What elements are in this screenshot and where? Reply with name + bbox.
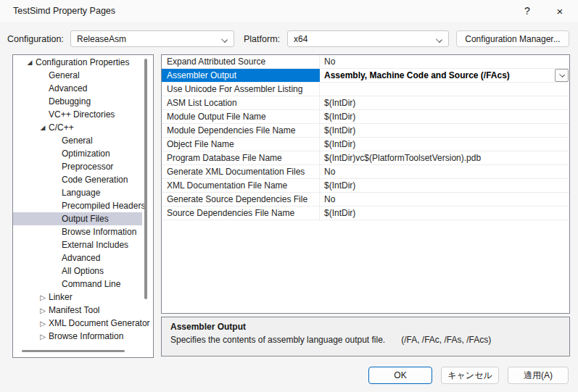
description-body: Specifies the contents of assembly langu… <box>170 335 385 345</box>
property-name[interactable]: Object File Name <box>162 138 320 151</box>
help-button[interactable]: ? <box>513 0 542 22</box>
tree-item[interactable]: VC++ Directories <box>13 108 142 121</box>
tree-item[interactable]: Configuration Properties <box>13 56 142 69</box>
description-title: Assembler Output <box>170 322 561 332</box>
tree-item-label: Manifest Tool <box>49 305 99 315</box>
expander-icon[interactable] <box>37 124 49 131</box>
property-row[interactable]: Source Dependencies File Name $(IntDir) <box>162 207 569 220</box>
property-value[interactable]: $(IntDir) <box>320 110 569 123</box>
description-text: Specifies the contents of assembly langu… <box>170 335 561 345</box>
platform-dropdown[interactable]: x64 <box>287 30 449 47</box>
tree-item[interactable]: Preprocessor <box>13 160 142 173</box>
tree-item[interactable]: Linker <box>13 291 142 304</box>
chevron-down-icon <box>559 72 565 78</box>
cancel-button[interactable]: キャンセル <box>441 367 499 384</box>
tree-item[interactable]: All Options <box>13 264 142 278</box>
property-row[interactable]: Generate XML Documentation Files No <box>162 165 569 179</box>
property-name[interactable]: Generate XML Documentation Files <box>162 165 320 178</box>
property-name[interactable]: Expand Attributed Source <box>162 55 320 68</box>
ok-button-label: OK <box>394 370 406 380</box>
tree-horizontal-scrollbar[interactable] <box>22 350 125 352</box>
property-name[interactable]: Program Database File Name <box>162 151 320 164</box>
tree-item-label: Debugging <box>49 96 91 107</box>
tree-item-label: Language <box>62 188 100 198</box>
tree-item[interactable]: Code Generation <box>13 173 142 186</box>
tree-item[interactable]: Debugging <box>13 95 142 108</box>
property-row[interactable]: Program Database File Name $(IntDir)vc$(… <box>162 151 569 165</box>
tree-item[interactable]: Command Line <box>13 278 142 291</box>
apply-button[interactable]: 適用(A) <box>508 367 569 384</box>
tree-item-label: Preprocessor <box>62 162 113 172</box>
property-grid: Expand Attributed Source No Assembler Ou… <box>161 54 570 314</box>
expander-icon[interactable] <box>37 333 49 341</box>
expander-icon[interactable] <box>24 59 36 66</box>
property-row[interactable]: Object File Name $(IntDir) <box>162 138 569 151</box>
tree-item[interactable]: Browse Information <box>13 330 142 343</box>
tree-item-label: Advanced <box>62 253 100 263</box>
expander-icon[interactable] <box>37 293 49 301</box>
cancel-button-label: キャンセル <box>447 370 492 382</box>
property-row[interactable]: Use Unicode For Assembler Listing <box>162 83 569 96</box>
tree-item[interactable]: XML Document Generator <box>13 317 142 330</box>
tree-item-label: Browse Information <box>49 331 123 341</box>
tree-item[interactable]: Manifest Tool <box>13 304 142 317</box>
close-button[interactable]: × <box>545 0 574 22</box>
close-icon: × <box>557 5 563 17</box>
tree-item-label: General <box>62 135 93 146</box>
tree-item[interactable]: General <box>13 69 142 82</box>
tree-item[interactable]: Optimization <box>13 147 142 160</box>
tree-item[interactable]: Advanced <box>13 82 142 95</box>
value-dropdown-button[interactable] <box>555 69 569 82</box>
property-value[interactable]: No <box>320 193 569 206</box>
property-name[interactable]: Use Unicode For Assembler Listing <box>162 83 320 96</box>
tree-item[interactable]: C/C++ <box>13 121 142 134</box>
property-value[interactable]: $(IntDir) <box>320 96 569 109</box>
property-value[interactable] <box>320 83 569 96</box>
configuration-value: ReleaseAsm <box>77 34 126 44</box>
property-value[interactable]: No <box>320 165 569 178</box>
property-value[interactable]: $(IntDir)vc$(PlatformToolsetVersion).pdb <box>320 151 569 164</box>
tree-item[interactable]: General <box>13 134 142 147</box>
tree-item-label: Optimization <box>62 149 110 159</box>
tree-vertical-scrollbar[interactable] <box>144 59 147 299</box>
property-value[interactable]: $(IntDir) <box>320 138 569 151</box>
tree-item[interactable]: Output Files <box>13 212 142 225</box>
configuration-dropdown[interactable]: ReleaseAsm <box>70 30 234 47</box>
property-value[interactable]: $(IntDir) <box>320 207 569 220</box>
tree-item-label: VC++ Directories <box>49 109 115 120</box>
tree-item-label: General <box>49 70 80 80</box>
tree-item-label: XML Document Generator <box>49 318 150 328</box>
tree-item[interactable]: Browse Information <box>13 225 142 238</box>
ok-button[interactable]: OK <box>368 367 432 384</box>
property-name[interactable]: Source Dependencies File Name <box>162 207 320 220</box>
property-name[interactable]: Assembler Output <box>162 69 320 82</box>
title-bar: TestSimd Property Pages ? × <box>0 0 578 22</box>
property-row[interactable]: XML Documentation File Name $(IntDir) <box>162 179 569 193</box>
property-value[interactable]: Assembly, Machine Code and Source (/FAcs… <box>320 69 569 82</box>
tree-item-label: Advanced <box>49 83 87 93</box>
configuration-manager-button[interactable]: Configuration Manager... <box>456 30 569 47</box>
expander-icon[interactable] <box>37 320 49 328</box>
property-name[interactable]: Module Dependencies File Name <box>162 124 320 137</box>
property-row[interactable]: Expand Attributed Source No <box>162 55 569 69</box>
property-name[interactable]: Module Output File Name <box>162 110 320 123</box>
property-row[interactable]: ASM List Location $(IntDir) <box>162 96 569 110</box>
expander-icon[interactable] <box>37 306 49 314</box>
tree-item[interactable]: Language <box>13 186 142 199</box>
property-name[interactable]: Generate Source Dependencies File <box>162 193 320 206</box>
property-row[interactable]: Module Dependencies File Name $(IntDir) <box>162 124 569 138</box>
property-value[interactable]: $(IntDir) <box>320 124 569 137</box>
tree-item[interactable]: External Includes <box>13 238 142 251</box>
chevron-down-icon <box>436 36 442 43</box>
platform-label: Platform: <box>244 34 280 44</box>
tree-item-label: Code Generation <box>62 175 128 185</box>
tree-item[interactable]: Advanced <box>13 251 142 264</box>
property-row[interactable]: Module Output File Name $(IntDir) <box>162 110 569 124</box>
property-row[interactable]: Generate Source Dependencies File No <box>162 193 569 207</box>
tree-item[interactable]: Precompiled Headers <box>13 199 142 212</box>
property-value[interactable]: No <box>320 55 569 68</box>
property-value[interactable]: $(IntDir) <box>320 179 569 192</box>
property-row[interactable]: Assembler Output Assembly, Machine Code … <box>162 69 569 83</box>
property-name[interactable]: XML Documentation File Name <box>162 179 320 192</box>
property-name[interactable]: ASM List Location <box>162 96 320 109</box>
